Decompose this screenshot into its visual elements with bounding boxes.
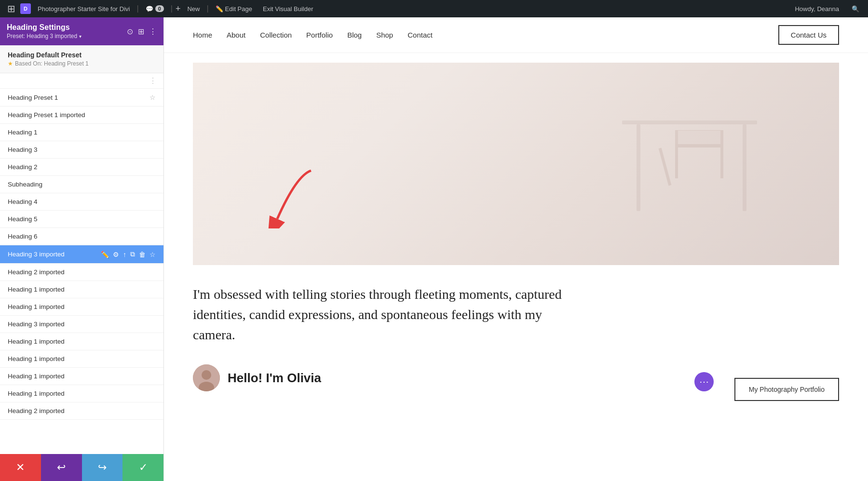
preset-item-h3i[interactable]: Heading 3 imported✏️⚙↑⧉🗑☆ (0, 245, 163, 264)
profile-name: Hello! I'm Olivia (228, 371, 321, 386)
divi-logo-icon[interactable]: D (20, 3, 31, 14)
preset-star-icon[interactable]: ☆ (149, 94, 156, 101)
duplicate-preset-icon[interactable]: ⧉ (130, 250, 135, 258)
admin-bar: ⊞ D Photographer Starter Site for Divi |… (0, 0, 868, 17)
content-area: I'm obsessed with telling stories throug… (164, 265, 868, 420)
floating-menu-button[interactable]: ⋯ (694, 372, 714, 391)
hero-image-area: ↔ (193, 63, 839, 265)
star-preset-icon[interactable]: ☆ (149, 251, 156, 258)
preset-label-h1i3: Heading 1 imported (8, 338, 156, 345)
preset-item-h2[interactable]: Heading 2 (0, 159, 163, 176)
panel-more-icon[interactable]: ⋮ (149, 27, 157, 36)
sep3: | (206, 4, 208, 13)
preset-item-h2i1[interactable]: Heading 2 imported (0, 264, 163, 281)
preset-item-h1i5[interactable]: Heading 1 imported (0, 368, 163, 385)
preset-label-hp1i: Heading Preset 1 imported (8, 111, 156, 119)
quote-text: I'm obsessed with telling stories throug… (193, 284, 569, 345)
preset-list: Heading Preset 1☆Heading Preset 1 import… (0, 89, 163, 454)
nav-link-blog[interactable]: Blog (347, 31, 362, 39)
preset-item-h1[interactable]: Heading 1 (0, 124, 163, 141)
preset-label-h1: Heading 1 (8, 129, 156, 136)
preset-label-h1i6: Heading 1 imported (8, 390, 156, 397)
preset-item-h3[interactable]: Heading 3 (0, 141, 163, 159)
preset-label-sh: Subheading (8, 181, 156, 188)
nav-link-collection[interactable]: Collection (260, 31, 292, 39)
preset-label-h5: Heading 5 (8, 215, 156, 223)
preset-item-h3i2[interactable]: Heading 3 imported (0, 316, 163, 333)
preset-item-h1i4[interactable]: Heading 1 imported (0, 350, 163, 368)
preset-group-menu-icon[interactable]: ⋮ (149, 76, 157, 85)
profile-avatar (193, 364, 220, 391)
left-panel: Heading Settings Preset: Heading 3 impor… (0, 17, 164, 481)
new-item-icon[interactable]: + (176, 4, 181, 14)
preset-label-h3i: Heading 3 imported (8, 251, 101, 258)
bottom-toolbar: ✕ ↩ ↪ ✓ (0, 454, 163, 481)
admin-bar-left: ⊞ D Photographer Starter Site for Divi |… (5, 2, 788, 15)
search-admin-icon[interactable]: 🔍 (848, 3, 863, 14)
delete-preset-icon[interactable]: 🗑 (139, 251, 146, 258)
preset-item-h4[interactable]: Heading 4 (0, 193, 163, 211)
edit-preset-icon[interactable]: ✏️ (101, 251, 109, 258)
redo-button[interactable]: ↪ (82, 454, 123, 481)
contact-us-button[interactable]: Contact Us (778, 25, 839, 45)
exit-builder-link[interactable]: Exit Visual Builder (259, 3, 317, 14)
nav-link-home[interactable]: Home (193, 31, 212, 39)
preset-item-hp1[interactable]: Heading Preset 1☆ (0, 89, 163, 107)
panel-title: Heading Settings (7, 23, 81, 32)
sep1: | (136, 4, 138, 13)
preset-label-h4: Heading 4 (8, 198, 156, 205)
panel-sync-icon[interactable]: ⊙ (127, 27, 133, 36)
preset-label-h1i1: Heading 1 imported (8, 286, 156, 293)
site-navigation: HomeAboutCollectionPortfolioBlogShopCont… (164, 17, 868, 53)
site-title-link[interactable]: Photographer Starter Site for Divi (34, 3, 134, 14)
preset-item-h5[interactable]: Heading 5 (0, 211, 163, 228)
preset-active-actions: ✏️⚙↑⧉🗑☆ (101, 250, 156, 258)
nav-link-shop[interactable]: Shop (376, 31, 393, 39)
save-button[interactable]: ✓ (122, 454, 163, 481)
sep2: | (171, 4, 173, 13)
new-link[interactable]: New (183, 3, 203, 14)
preset-label-h2i1: Heading 2 imported (8, 268, 156, 276)
main-layout: Heading Settings Preset: Heading 3 impor… (0, 17, 868, 481)
export-preset-icon[interactable]: ↑ (123, 251, 126, 258)
nav-link-portfolio[interactable]: Portfolio (306, 31, 333, 39)
comment-count: 0 (155, 5, 164, 12)
preset-item-h1i3[interactable]: Heading 1 imported (0, 333, 163, 350)
panel-header: Heading Settings Preset: Heading 3 impor… (0, 17, 163, 45)
edit-page-link[interactable]: ✏️ Edit Page (212, 3, 256, 14)
preset-label-hp1: Heading Preset 1 (8, 94, 149, 101)
undo-button[interactable]: ↩ (41, 454, 82, 481)
panel-preset[interactable]: Preset: Heading 3 imported ▾ (7, 33, 81, 40)
nav-link-about[interactable]: About (227, 31, 245, 39)
preset-item-sh[interactable]: Subheading (0, 176, 163, 193)
preset-item-h2i2[interactable]: Heading 2 imported (0, 402, 163, 420)
preset-item-h6[interactable]: Heading 6 (0, 228, 163, 245)
preset-item-h1i2[interactable]: Heading 1 imported (0, 298, 163, 316)
preset-item-hp1i[interactable]: Heading Preset 1 imported (0, 107, 163, 124)
howdy-label[interactable]: Howdy, Deanna (791, 3, 843, 14)
nav-link-contact[interactable]: Contact (407, 31, 433, 39)
site-preview: HomeAboutCollectionPortfolioBlogShopCont… (164, 17, 868, 481)
panel-header-icons: ⊙ ⊞ ⋮ (127, 27, 157, 36)
star-icon: ★ (8, 60, 13, 67)
nav-links: HomeAboutCollectionPortfolioBlogShopCont… (193, 31, 433, 39)
preset-label-h6: Heading 6 (8, 233, 156, 240)
preset-item-h1i6[interactable]: Heading 1 imported (0, 385, 163, 402)
default-preset-section: Heading Default Preset ★ Based On: Headi… (0, 45, 163, 73)
preset-label-h3: Heading 3 (8, 146, 156, 153)
preset-label-h2i2: Heading 2 imported (8, 407, 156, 414)
panel-grid-icon[interactable]: ⊞ (138, 27, 144, 36)
preset-label-h1i4: Heading 1 imported (8, 355, 156, 362)
panel-title-area: Heading Settings Preset: Heading 3 impor… (7, 23, 81, 40)
preset-label-h1i5: Heading 1 imported (8, 373, 156, 380)
portfolio-button[interactable]: My Photography Portfolio (734, 378, 839, 401)
comments-link[interactable]: 💬 0 (142, 3, 168, 14)
admin-bar-right: Howdy, Deanna 🔍 (791, 3, 863, 14)
wordpress-logo-icon[interactable]: ⊞ (5, 2, 17, 15)
settings-preset-icon[interactable]: ⚙ (113, 251, 119, 258)
cancel-button[interactable]: ✕ (0, 454, 41, 481)
preset-label-h3i2: Heading 3 imported (8, 321, 156, 328)
preset-dropdown-icon: ▾ (79, 34, 81, 39)
preset-item-h1i1[interactable]: Heading 1 imported (0, 281, 163, 298)
svg-point-2 (202, 370, 211, 380)
